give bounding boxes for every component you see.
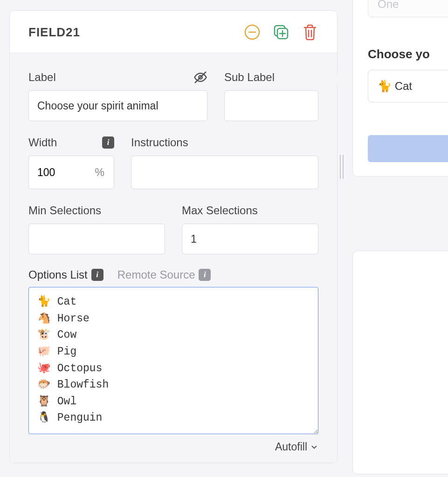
preview-disabled-select: One [368,0,448,17]
max-selections-input[interactable] [182,224,318,254]
tab-remote-source-label: Remote Source [117,268,195,281]
min-selections-input[interactable] [28,224,165,254]
preview-field-label: Choose yo [368,47,448,61]
tab-remote-source[interactable]: Remote Source i [117,268,211,281]
header-actions [244,24,318,41]
sublabel-input[interactable] [224,90,318,121]
preview-disabled-value: One [378,0,399,11]
preview-panel-secondary [352,251,448,474]
autofill-row: Autofill [28,441,318,453]
chevron-down-icon [310,443,318,451]
min-selections-caption: Min Selections [28,204,101,217]
instructions-caption: Instructions [131,136,188,149]
instructions-input[interactable] [131,156,318,189]
field-sublabel: Sub Label [224,70,318,121]
field-label: Label [28,70,207,121]
row-width-instructions: Width i % Instructions [28,135,318,189]
card-header: FIELD21 [10,11,337,53]
label-input[interactable] [28,90,207,121]
row-label: Label Sub Label [28,70,318,121]
resize-handle[interactable] [340,155,345,179]
tab-options-list-label: Options List [28,268,88,281]
field-width: Width i % [28,135,114,189]
delete-icon[interactable] [302,24,318,41]
preview-panel: One Choose yo 🐈 Cat [352,0,448,177]
info-icon[interactable]: i [102,136,114,149]
sublabel-caption: Sub Label [224,71,275,84]
options-tabs: Options List i Remote Source i [28,268,318,281]
autofill-button[interactable]: Autofill [275,441,318,453]
field-instructions: Instructions [131,135,318,189]
info-icon[interactable]: i [91,269,103,281]
width-input-group: % [28,156,114,189]
preview-select[interactable]: 🐈 Cat [368,70,448,102]
width-unit: % [95,166,114,179]
tab-options-list[interactable]: Options List i [28,268,103,281]
duplicate-icon[interactable] [273,24,289,41]
preview-select-value: 🐈 Cat [378,80,412,93]
field-min-selections: Min Selections [28,203,165,254]
width-input[interactable] [29,156,95,189]
autofill-label: Autofill [275,441,307,453]
preview-submit-button[interactable] [368,135,448,162]
label-caption: Label [28,71,56,84]
info-icon[interactable]: i [199,269,211,281]
field-id-title: FIELD21 [28,25,80,40]
width-caption: Width [28,136,57,149]
card-body: Label Sub Label [10,53,337,463]
collapse-icon[interactable] [244,24,261,41]
row-min-max: Min Selections Max Selections [28,203,318,254]
options-list-textarea[interactable] [28,287,318,434]
field-max-selections: Max Selections [182,203,318,254]
visibility-toggle-icon[interactable] [193,70,207,84]
max-selections-caption: Max Selections [182,204,258,217]
field-editor-card: FIELD21 [9,10,338,463]
